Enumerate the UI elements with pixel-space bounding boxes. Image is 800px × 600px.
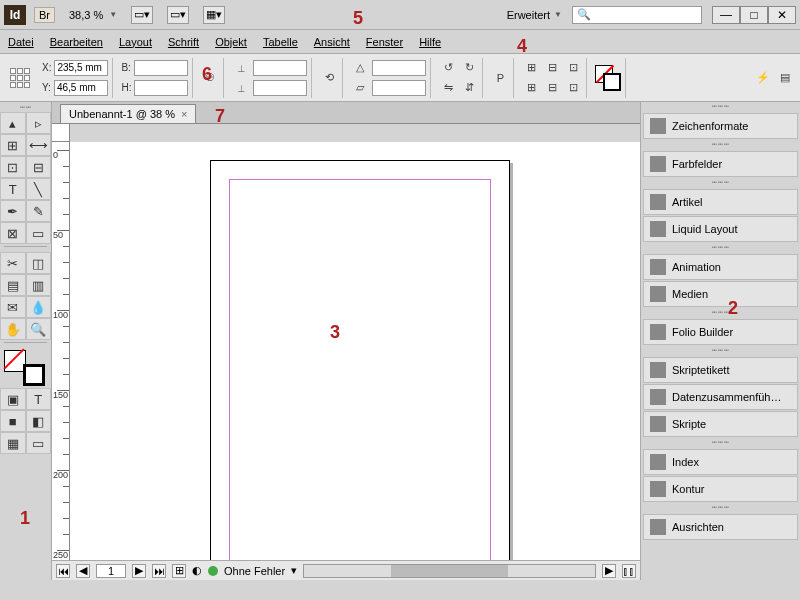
maximize-button[interactable]: □ — [740, 6, 768, 24]
direct-selection-tool[interactable]: ▹ — [26, 112, 52, 134]
menu-tabelle[interactable]: Tabelle — [263, 36, 298, 48]
menu-fenster[interactable]: Fenster — [366, 36, 403, 48]
align5-icon[interactable]: ⊟ — [543, 79, 561, 97]
align3-icon[interactable]: ⊡ — [564, 59, 582, 77]
panel-button[interactable]: Artikel — [643, 189, 798, 215]
menu-schrift[interactable]: Schrift — [168, 36, 199, 48]
hand-tool[interactable]: ✋ — [0, 318, 26, 340]
prev-page-button[interactable]: ◀ — [76, 564, 90, 578]
page-number-field[interactable]: 1 — [96, 564, 126, 578]
menu-objekt[interactable]: Objekt — [215, 36, 247, 48]
last-page-button[interactable]: ⏭ — [152, 564, 166, 578]
menu-ansicht[interactable]: Ansicht — [314, 36, 350, 48]
rotate-cw-icon[interactable]: ↻ — [460, 59, 478, 77]
menu-hilfe[interactable]: Hilfe — [419, 36, 441, 48]
vertical-ruler[interactable]: 050100150200250 — [52, 142, 70, 560]
rectangle-tool[interactable]: ▭ — [26, 222, 52, 244]
flip-v-icon[interactable]: ⇵ — [460, 79, 478, 97]
rectangle-frame-tool[interactable]: ⊠ — [0, 222, 26, 244]
selection-tool[interactable]: ▴ — [0, 112, 26, 134]
panel-button[interactable]: Farbfelder — [643, 151, 798, 177]
zoom-tool[interactable]: 🔍 — [26, 318, 52, 340]
eyedropper-tool[interactable]: 💧 — [26, 296, 52, 318]
gradient-feather-tool[interactable]: ▥ — [26, 274, 52, 296]
rotate-icon[interactable]: ⟲ — [320, 69, 338, 87]
note-tool[interactable]: ✉ — [0, 296, 26, 318]
view-mode-normal[interactable]: ▦ — [0, 432, 26, 454]
rotate-ccw-icon[interactable]: ↺ — [439, 59, 457, 77]
panel-button[interactable]: Zeichenformate — [643, 113, 798, 139]
distribute-icon[interactable]: ⊟ — [543, 59, 561, 77]
panel-grip-icon[interactable]: ┅┅┅ — [641, 102, 800, 112]
y-input[interactable] — [54, 80, 108, 96]
screen-mode-button[interactable]: ▭▾ — [167, 6, 189, 24]
ruler-origin[interactable] — [52, 124, 70, 142]
free-transform-tool[interactable]: ◫ — [26, 252, 52, 274]
view-options-button[interactable]: ▭▾ — [131, 6, 153, 24]
document-canvas[interactable] — [70, 142, 640, 560]
scroll-right-button[interactable]: ▶ — [602, 564, 616, 578]
panel-grip-icon[interactable]: ┅┅┅ — [641, 503, 800, 513]
gap-tool[interactable]: ⟷ — [26, 134, 52, 156]
pencil-tool[interactable]: ✎ — [26, 200, 52, 222]
panel-button[interactable]: Ausrichten — [643, 514, 798, 540]
minimize-button[interactable]: — — [712, 6, 740, 24]
formatting-container-icon[interactable]: ▣ — [0, 388, 26, 410]
zoom-level-dropdown[interactable]: 38,3 % ▼ — [65, 8, 117, 22]
h-input[interactable] — [134, 80, 188, 96]
panel-button[interactable]: Liquid Layout — [643, 216, 798, 242]
view-mode-preview[interactable]: ▭ — [26, 432, 52, 454]
align-icon[interactable]: ⊞ — [522, 59, 540, 77]
type-tool[interactable]: T — [0, 178, 26, 200]
workspace-switcher[interactable]: Erweitert ▼ — [507, 9, 562, 21]
panel-button[interactable]: Kontur — [643, 476, 798, 502]
align6-icon[interactable]: ⊡ — [564, 79, 582, 97]
panel-button[interactable]: Skripte — [643, 411, 798, 437]
preflight-menu-icon[interactable]: ▾ — [291, 564, 297, 577]
align4-icon[interactable]: ⊞ — [522, 79, 540, 97]
panel-grip-icon[interactable]: ┅┅┅ — [641, 438, 800, 448]
panel-grip-icon[interactable]: ┅┅┅ — [641, 308, 800, 318]
panel-button[interactable]: Animation — [643, 254, 798, 280]
next-page-button[interactable]: ▶ — [132, 564, 146, 578]
menu-datei[interactable]: Datei — [8, 36, 34, 48]
w-input[interactable] — [134, 60, 188, 76]
close-button[interactable]: ✕ — [768, 6, 796, 24]
x-input[interactable] — [54, 60, 108, 76]
panel-grip-icon[interactable]: ┅┅┅ — [641, 346, 800, 356]
fill-stroke-swatch[interactable] — [595, 65, 621, 91]
panel-button[interactable]: Skriptetikett — [643, 357, 798, 383]
search-field[interactable]: 🔍 — [572, 6, 702, 24]
panel-button[interactable]: Datenzusammenfüh… — [643, 384, 798, 410]
rotation-input[interactable] — [372, 60, 426, 76]
select-container-icon[interactable]: P — [491, 69, 509, 87]
split-view-icon[interactable]: ⫿⫿ — [622, 564, 636, 578]
page[interactable] — [210, 160, 510, 560]
page-tool[interactable]: ⊞ — [0, 134, 26, 156]
gradient-swatch-tool[interactable]: ▤ — [0, 274, 26, 296]
flip-h-icon[interactable]: ⇋ — [439, 79, 457, 97]
bridge-button[interactable]: Br — [34, 7, 55, 23]
panel-grip-icon[interactable]: ┅┅┅ — [641, 243, 800, 253]
pen-tool[interactable]: ✒ — [0, 200, 26, 222]
scissors-tool[interactable]: ✂ — [0, 252, 26, 274]
apply-color-icon[interactable]: ■ — [0, 410, 26, 432]
fill-stroke-toggle[interactable] — [2, 350, 49, 386]
apply-gradient-icon[interactable]: ◧ — [26, 410, 52, 432]
shear-input[interactable] — [372, 80, 426, 96]
control-menu-icon[interactable]: ▤ — [776, 69, 794, 87]
scale-y-input[interactable] — [253, 80, 307, 96]
panel-button[interactable]: Folio Builder — [643, 319, 798, 345]
document-tab[interactable]: Unbenannt-1 @ 38 % × — [60, 104, 196, 123]
tab-close-icon[interactable]: × — [181, 108, 187, 120]
formatting-text-icon[interactable]: T — [26, 388, 52, 410]
menu-bearbeiten[interactable]: Bearbeiten — [50, 36, 103, 48]
constrain-proportions-icon[interactable]: ⚇ — [201, 69, 219, 87]
line-tool[interactable]: ╲ — [26, 178, 52, 200]
preflight-icon[interactable]: ◐ — [192, 564, 202, 577]
panel-grip-icon[interactable]: ┅┅┅ — [641, 178, 800, 188]
horizontal-scrollbar[interactable] — [303, 564, 596, 578]
scale-x-input[interactable] — [253, 60, 307, 76]
content-collector-tool[interactable]: ⊡ — [0, 156, 26, 178]
first-page-button[interactable]: ⏮ — [56, 564, 70, 578]
